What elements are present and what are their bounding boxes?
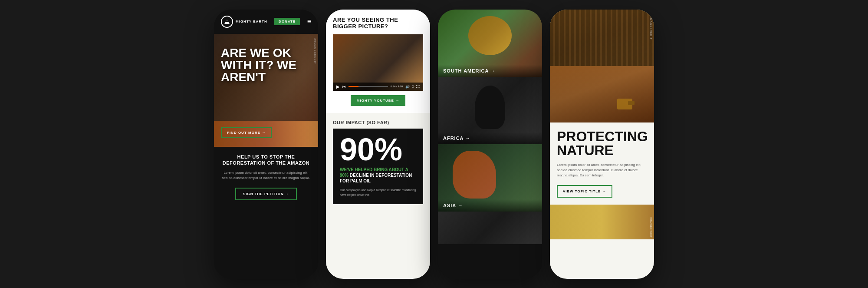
monkey-shape xyxy=(475,86,505,129)
phone-mockup-1: MIGHTY EARTH DONATE ≡ @IMAGECREDIT ARE W… xyxy=(214,10,318,279)
impact-percent: 90% xyxy=(340,136,416,164)
phone1-bottom: HELP US TO STOP THE DEFORESTATION OF THE… xyxy=(214,147,318,208)
phone-mockup-4: @IMAGECREDIT PROTECTING NATURE Lorem ips… xyxy=(550,10,654,279)
asia-label: ASIA → xyxy=(443,203,537,208)
logo-circle-icon xyxy=(221,16,233,28)
phone4-headline: PROTECTING NATURE xyxy=(557,129,647,157)
find-out-more-button[interactable]: FIND OUT MORE → xyxy=(221,127,272,138)
phone-mockup-3: SOUTH AMERICA → AFRICA → ASIA → xyxy=(438,10,542,279)
phone1-hero: @IMAGECREDIT ARE WE OK WITH IT? WE AREN'… xyxy=(214,34,318,147)
phone4-hero: @IMAGECREDIT xyxy=(550,10,654,122)
phone4-content: PROTECTING NATURE Lorem ipsum dolor sit … xyxy=(550,122,654,205)
settings-icon[interactable]: ⚙ xyxy=(411,85,414,89)
orangutan-shape xyxy=(453,151,496,199)
phone1-body-text: Lorem ipsum dolor sit amet, consectetur … xyxy=(221,170,311,181)
donate-button[interactable]: DONATE xyxy=(274,18,300,25)
impact-percent-inline: 90% xyxy=(340,173,349,178)
menu-icon[interactable]: ≡ xyxy=(307,18,311,26)
video-progress-bar[interactable] xyxy=(349,86,388,87)
phone2-top-section: ARE YOU SEEING THE BIGGER PICTURE? ▶ ⏭ 0… xyxy=(326,10,430,113)
screens-container: MIGHTY EARTH DONATE ≡ @IMAGECREDIT ARE W… xyxy=(205,1,663,288)
africa-overlay: AFRICA → xyxy=(438,132,542,144)
video-controls: ▶ ⏭ 0:24 / 3:28 🔊 ⚙ ⛶ xyxy=(333,83,423,91)
impact-text-white: DECLINE IN DEFORESTATION FOR PALM OIL xyxy=(340,173,412,183)
impact-text-green: WE'VE HELPED BRING ABOUT A xyxy=(340,167,408,172)
phone-mockup-2: ARE YOU SEEING THE BIGGER PICTURE? ▶ ⏭ 0… xyxy=(326,10,430,279)
region-card-africa[interactable]: AFRICA → xyxy=(438,77,542,144)
impact-description: WE'VE HELPED BRING ABOUT A 90% DECLINE I… xyxy=(340,167,416,184)
region-card-south-america[interactable]: SOUTH AMERICA → xyxy=(438,10,542,77)
asia-overlay: ASIA → xyxy=(438,199,542,212)
region-card-asia[interactable]: ASIA → xyxy=(438,144,542,212)
south-america-label: SOUTH AMERICA → xyxy=(443,68,537,73)
play-icon[interactable]: ▶ xyxy=(336,84,340,89)
hero-text-overlay: ARE WE OK WITH IT? WE AREN'T xyxy=(221,47,318,83)
sloth-shape xyxy=(468,16,512,55)
video-container[interactable]: ▶ ⏭ 0:24 / 3:28 🔊 ⚙ ⛶ xyxy=(333,34,423,91)
region-card-fourth[interactable] xyxy=(438,212,542,244)
svg-marker-1 xyxy=(226,20,228,22)
phone2-impact: OUR IMPACT (SO FAR) 90% WE'VE HELPED BRI… xyxy=(326,113,430,212)
youtube-button[interactable]: MIGHTY YOUTUBE → xyxy=(351,95,405,106)
fullscreen-icon[interactable]: ⛶ xyxy=(416,85,420,89)
africa-label: AFRICA → xyxy=(443,136,537,141)
phone4-bottom-credit: @IMAGECREDIT xyxy=(650,217,652,238)
view-topic-button[interactable]: VIEW TOPIC TITLE → xyxy=(557,185,612,198)
impact-background: 90% WE'VE HELPED BRING ABOUT A 90% DECLI… xyxy=(333,129,423,205)
phone1-logo: MIGHTY EARTH xyxy=(221,16,267,28)
impact-title: OUR IMPACT (SO FAR) xyxy=(333,120,423,125)
sign-petition-button[interactable]: SIGN THE PETITION → xyxy=(235,188,297,200)
phone1-subtitle: HELP US TO STOP THE DEFORESTATION OF THE… xyxy=(221,154,311,166)
phone4-image-credit: @IMAGECREDIT xyxy=(650,14,652,40)
hero-headline: ARE WE OK WITH IT? WE AREN'T xyxy=(221,47,318,83)
volume-icon[interactable]: 🔊 xyxy=(405,85,410,89)
video-icons: 🔊 ⚙ ⛶ xyxy=(405,85,420,89)
phone4-body: Lorem ipsum dolor sit amet, consectetur … xyxy=(557,162,647,178)
impact-body: Our campaigns and Rapid Response satelli… xyxy=(340,188,416,197)
phone2-question: ARE YOU SEEING THE BIGGER PICTURE? xyxy=(333,17,423,30)
video-time: 0:24 / 3:28 xyxy=(391,85,403,88)
brand-name: MIGHTY EARTH xyxy=(236,20,267,23)
skip-icon[interactable]: ⏭ xyxy=(342,85,346,89)
fourth-region-image xyxy=(438,212,542,244)
phone4-bottom-strip: @IMAGECREDIT xyxy=(550,205,654,239)
phone1-header: MIGHTY EARTH DONATE ≡ xyxy=(214,10,318,34)
south-america-overlay: SOUTH AMERICA → xyxy=(438,65,542,77)
mountain-icon xyxy=(224,19,230,25)
phone4-hero-overlay xyxy=(550,10,654,122)
video-progress-fill xyxy=(349,86,358,87)
